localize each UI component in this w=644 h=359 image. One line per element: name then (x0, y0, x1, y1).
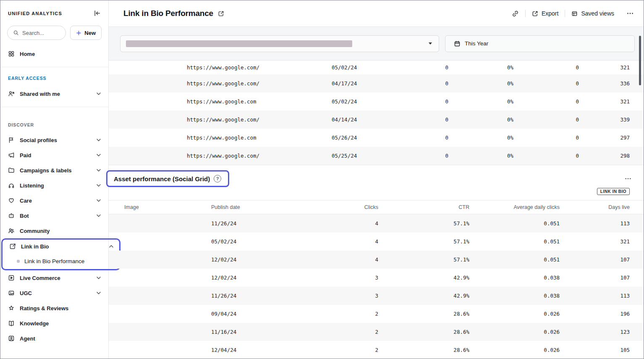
clicks-cell: 0 (403, 98, 448, 105)
sidebar-item-label: Campaigns & labels (20, 167, 72, 174)
export-button[interactable]: Export (532, 10, 558, 17)
sidebar-item-label: UGC (20, 290, 32, 296)
sidebar-item-shared-with-me[interactable]: Shared with me (0, 87, 108, 101)
clicks-cell: 0 (403, 116, 448, 123)
asset-section-header: Asset performance (Social Grid) ? (109, 170, 644, 187)
saved-views-button[interactable]: Saved views (571, 10, 614, 17)
days-live-cell: 336 (579, 80, 630, 87)
sidebar-item-live-commerce[interactable]: Live Commerce (0, 270, 108, 285)
publish-date-cell: 05/25/24 (332, 153, 403, 159)
discover-label: DISCOVER (0, 122, 108, 127)
calendar-icon (454, 40, 461, 47)
sidebar-item-link-in-bio-performance[interactable]: Link in Bio Performance (3, 253, 119, 269)
table-row: https://www.google.com 05/02/24 0 0% 0 3… (109, 92, 644, 111)
avg-daily-clicks-cell: 0.038 (469, 293, 560, 299)
filter-bar: This Year (109, 27, 644, 61)
new-button-label: New (84, 30, 96, 36)
avg-daily-clicks-cell: 0.026 (469, 311, 560, 317)
export-icon (532, 11, 538, 17)
search-label: Search... (22, 30, 44, 36)
copy-link-icon[interactable] (512, 10, 519, 17)
ctr-cell: 0% (448, 116, 513, 123)
table-row: 12/02/24 3 42.9% 0.038 107 (109, 269, 644, 287)
book-icon (8, 320, 15, 327)
filter-dropdown[interactable] (120, 35, 439, 52)
sidebar-item-label: Home (20, 51, 35, 57)
sidebar-item-care[interactable]: Care (0, 193, 108, 208)
sidebar-item-label: Ratings & Reviews (20, 305, 68, 311)
asset-performance-table: 11/26/24 4 57.1% 0.051 113 05/02/24 4 57… (109, 214, 644, 359)
section-more-icon[interactable] (625, 175, 631, 182)
ctr-cell: 0% (448, 98, 513, 105)
publish-date-cell: 04/14/24 (332, 116, 403, 123)
sidebar-item-ratings-reviews[interactable]: Ratings & Reviews (0, 301, 108, 316)
shared-with-me-icon (8, 90, 15, 97)
days-live-cell: 107 (560, 275, 630, 281)
table-row: https://www.google.com/ 04/14/24 0 0% 0 … (109, 111, 644, 129)
sidebar-item-bot[interactable]: Bot (0, 208, 108, 223)
chevron-down-icon (97, 154, 101, 156)
clicks-cell: 3 (299, 275, 378, 281)
open-in-new-icon[interactable] (218, 11, 224, 17)
column-header-days-live: Days live (560, 204, 630, 210)
chevron-down-icon (97, 292, 101, 294)
publish-date-cell: 12/02/24 (211, 256, 299, 263)
sidebar-item-link-in-bio[interactable]: Link in Bio (3, 240, 119, 253)
column-header-clicks: Clicks (299, 204, 378, 210)
vertical-scrollbar[interactable] (639, 36, 641, 85)
sidebar-item-community[interactable]: Community (0, 223, 108, 238)
plus-icon (76, 30, 81, 36)
table-row: 12/04/24 2 28.6% 0.026 105 (109, 341, 644, 359)
sidebar-item-agent[interactable]: Agent (0, 331, 108, 346)
chevron-down-icon (97, 169, 101, 172)
chevron-down-icon (97, 184, 101, 187)
sidebar-item-label: Bot (20, 213, 29, 219)
star-icon (8, 305, 15, 311)
avg-daily-clicks-cell: 0 (513, 116, 579, 123)
table-row: 09/04/24 2 28.6% 0.026 196 (109, 305, 644, 323)
sidebar-divider (0, 67, 108, 67)
ctr-cell: 42.9% (378, 293, 469, 299)
brand-row: UNIFIED ANALYTICS (0, 0, 108, 17)
days-live-cell: 123 (560, 329, 630, 335)
sidebar-item-campaigns-labels[interactable]: Campaigns & labels (0, 163, 108, 178)
collapse-sidebar-icon[interactable] (94, 10, 101, 17)
avg-daily-clicks-cell: 0.026 (469, 347, 560, 353)
link-url-cell: https://www.google.com/ (187, 80, 332, 87)
more-menu-icon[interactable] (626, 10, 634, 17)
ctr-cell: 28.6% (378, 329, 469, 335)
days-live-cell: 339 (579, 116, 630, 123)
community-people-icon (8, 227, 15, 234)
sidebar-item-paid[interactable]: Paid (0, 148, 108, 163)
clicks-cell: 4 (299, 220, 378, 227)
avg-daily-clicks-cell: 0 (513, 98, 579, 105)
sidebar-item-listening[interactable]: Listening (0, 178, 108, 193)
date-range-picker[interactable]: This Year (445, 35, 635, 52)
ctr-cell: 28.6% (378, 311, 469, 317)
days-live-cell: 321 (560, 238, 630, 245)
publish-date-cell: 12/02/24 (211, 275, 299, 281)
ctr-cell: 0% (448, 80, 513, 87)
sidebar-item-label: Community (20, 228, 50, 234)
new-button[interactable]: New (70, 26, 102, 40)
chevron-down-icon (97, 139, 101, 141)
clicks-cell: 2 (299, 347, 378, 353)
ctr-cell: 57.1% (378, 220, 469, 227)
avg-daily-clicks-cell: 0.026 (469, 329, 560, 335)
clicks-cell: 4 (299, 256, 378, 263)
asset-table-header: Image Publish date Clicks CTR Average da… (109, 200, 644, 214)
sidebar-item-ugc[interactable]: UGC (0, 285, 108, 301)
help-icon[interactable]: ? (214, 175, 221, 182)
sidebar-item-label: Link in Bio (21, 243, 49, 250)
days-live-cell: 196 (560, 311, 630, 317)
sidebar-item-label: Care (20, 198, 32, 204)
sidebar-item-social-profiles[interactable]: Social profiles (0, 132, 108, 148)
days-live-cell: 113 (560, 220, 630, 227)
sidebar-item-knowledge[interactable]: Knowledge (0, 316, 108, 331)
search-input[interactable]: Search... (7, 26, 66, 40)
subitem-bullet-icon (17, 260, 20, 263)
publish-date-cell: 05/26/24 (332, 135, 403, 141)
avg-daily-clicks-cell: 0 (513, 64, 579, 71)
sidebar-item-home[interactable]: Home (0, 47, 108, 61)
avg-daily-clicks-cell: 0.051 (469, 220, 560, 227)
